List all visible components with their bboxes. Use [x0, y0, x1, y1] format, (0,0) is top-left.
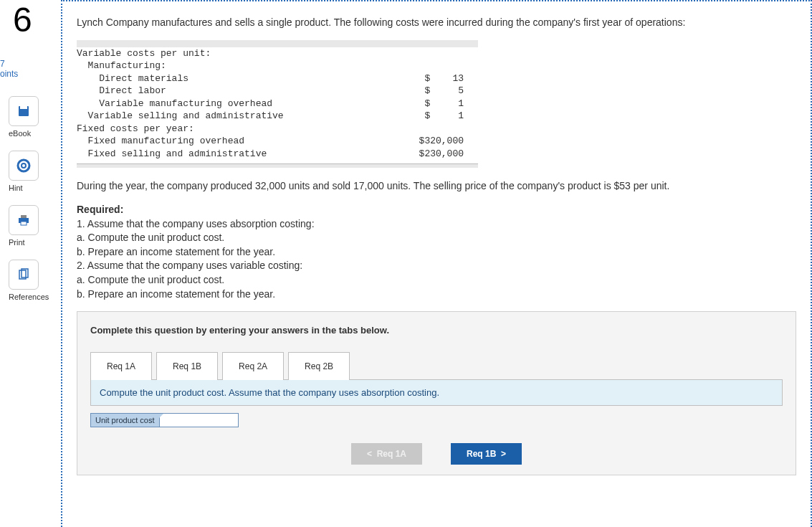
lifebuoy-icon — [16, 158, 31, 173]
cost-row: Variable manufacturing overhead — [77, 98, 414, 110]
cost-amount: $320,000 — [414, 135, 478, 148]
prev-tab-button[interactable]: < Req 1A — [351, 443, 422, 465]
next-tab-button[interactable]: Req 1B > — [451, 443, 522, 465]
book-icon — [16, 104, 31, 118]
required-line: b. Prepare an income statement for the y… — [77, 288, 796, 302]
required-line: a. Compute the unit product cost. — [77, 273, 796, 288]
cost-table: Variable costs per unit: Manufacturing: … — [77, 40, 478, 168]
svg-rect-5 — [21, 215, 27, 218]
points-label: 7 oints — [0, 59, 61, 79]
required-line: 1. Assume that the company uses absorpti… — [77, 217, 796, 232]
tab-req-2b[interactable]: Req 2B — [288, 352, 350, 380]
cost-row: Fixed costs per year: — [77, 123, 478, 136]
cost-amount: $ 1 — [414, 98, 478, 110]
during-text: During the year, the company produced 32… — [77, 179, 796, 194]
cost-amount: $ 5 — [414, 85, 478, 98]
hint-button[interactable] — [9, 151, 39, 181]
svg-rect-1 — [20, 106, 27, 109]
intro-text: Lynch Company manufactures and sells a s… — [77, 16, 796, 30]
cost-row: Variable selling and administrative — [77, 110, 414, 123]
hint-label: Hint — [9, 184, 61, 192]
printer-icon — [16, 213, 31, 227]
ebook-label: eBook — [9, 129, 61, 138]
answer-instruction: Complete this question by entering your … — [90, 325, 783, 336]
cost-row: Fixed manufacturing overhead — [77, 135, 414, 148]
next-label: Req 1B — [467, 449, 496, 459]
chevron-right-icon: > — [496, 449, 506, 459]
cost-amount: $ 1 — [414, 110, 478, 123]
question-content: Lynch Company manufactures and sells a s… — [61, 0, 812, 527]
tab-prompt: Compute the unit product cost. Assume th… — [90, 379, 783, 406]
tab-req-2a[interactable]: Req 2A — [222, 352, 284, 380]
question-number: 6 — [0, 3, 61, 37]
print-button[interactable] — [9, 205, 39, 235]
cost-amount: $230,000 — [414, 148, 478, 161]
tab-req-1b[interactable]: Req 1B — [156, 352, 218, 380]
cost-amount: $ 13 — [414, 72, 478, 85]
chevron-left-icon: < — [367, 449, 377, 459]
required-line: 2. Assume that the company uses variable… — [77, 259, 796, 273]
cost-row: Variable costs per unit: — [77, 47, 478, 60]
answer-tabs: Req 1A Req 1B Req 2A Req 2B — [90, 351, 783, 379]
required-line: b. Prepare an income statement for the y… — [77, 245, 796, 260]
cost-row: Fixed selling and administrative — [77, 148, 414, 161]
answer-panel: Complete this question by entering your … — [77, 311, 796, 475]
required-heading: Required: — [77, 203, 796, 217]
unit-product-cost-label: Unit product cost — [90, 413, 160, 427]
references-button[interactable] — [9, 260, 39, 290]
svg-point-3 — [22, 163, 26, 168]
cost-row: Manufacturing: — [77, 60, 478, 72]
ebook-button[interactable] — [9, 96, 39, 126]
required-line: a. Compute the unit product cost. — [77, 231, 796, 245]
prev-label: Req 1A — [377, 449, 406, 459]
svg-rect-6 — [21, 222, 27, 225]
copy-icon — [16, 267, 31, 282]
print-label: Print — [9, 238, 61, 247]
sidebar: 6 7 oints eBook Hint Print References — [0, 0, 61, 527]
tab-req-1a[interactable]: Req 1A — [90, 352, 152, 380]
unit-product-cost-input[interactable] — [160, 413, 239, 427]
references-label: References — [9, 293, 61, 301]
cost-row: Direct labor — [77, 85, 414, 98]
cost-row: Direct materials — [77, 72, 414, 85]
required-block: Required: 1. Assume that the company use… — [77, 203, 796, 301]
